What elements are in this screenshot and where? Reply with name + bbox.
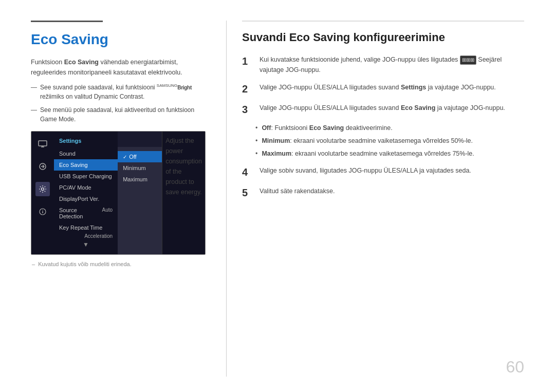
page-number: 60 — [506, 358, 524, 377]
bullet-off: • Off: Funktsiooni Eco Saving deaktiveer… — [255, 123, 524, 133]
step-1: 1 Kui kuvatakse funktsioonide juhend, va… — [242, 54, 524, 75]
info-panel: Adjust the power consumption of the prod… — [162, 132, 205, 254]
icon-sidebar — [31, 132, 54, 254]
step-3: 3 Valige JOG-nuppu ÜLES/ALLA liigutades … — [242, 103, 524, 116]
steps-list: 1 Kui kuvatakse funktsioonide juhend, va… — [242, 54, 524, 199]
left-column: Eco Saving Funktsioon Eco Saving vähenda… — [31, 21, 226, 377]
menu-sound: Sound — [54, 148, 118, 159]
key-value: Acceleration — [54, 233, 118, 241]
menu-pcav: PC/AV Mode — [54, 182, 118, 193]
info-text: Adjust the power consumption of the prod… — [165, 136, 202, 197]
menu-eco-saving: Eco Saving — [54, 159, 118, 171]
svg-rect-0 — [39, 141, 47, 146]
bullet-maximum: • Maximum: ekraani voolutarbe seadmine v… — [255, 149, 524, 159]
menu-key: Key Repeat Time — [54, 222, 118, 233]
settings-icon — [35, 182, 50, 196]
bullet-minimum: • Minimum: ekraani voolutarbe seadmine v… — [255, 136, 524, 146]
scroll-indicator: ▼ — [54, 241, 118, 250]
info-icon — [35, 204, 50, 219]
intro-paragraph: Funktsioon Eco Saving vähendab energiata… — [31, 57, 211, 78]
menu-header: Settings — [54, 136, 118, 148]
sub-maximum: Maximum — [118, 174, 162, 185]
sub-menu: ✓ Off Minimum Maximum — [118, 147, 162, 254]
screenshot-caption: –Kuvatud kujutis võib mudeliti erineda. — [31, 261, 211, 267]
sub-minimum: Minimum — [118, 162, 162, 174]
step-5: 5 Valitud säte rakendatakse. — [242, 186, 524, 199]
arrow-icon — [35, 159, 50, 174]
step-2: 2 Valige JOG-nuppu ÜLES/ALLA liigutades … — [242, 82, 524, 96]
step-4: 4 Valige sobiv suvand, liigutades JOG-nu… — [242, 165, 524, 179]
top-line-decoration — [31, 21, 103, 22]
monitor-icon — [35, 137, 50, 151]
right-title: Suvandi Eco Saving konfigureerimine — [242, 31, 524, 44]
right-top-line — [242, 21, 524, 22]
bullet-list: • Off: Funktsiooni Eco Saving deaktiveer… — [255, 123, 524, 158]
note2: — See menüü pole saadaval, kui aktiveeri… — [31, 105, 211, 124]
svg-point-7 — [41, 188, 44, 191]
menu-displayport: DisplayPort Ver. — [54, 193, 118, 204]
main-menu: Settings Sound Eco Saving USB Super Char… — [54, 132, 118, 254]
sub-off: ✓ Off — [118, 151, 162, 162]
svg-point-10 — [42, 210, 43, 211]
monitor-screenshot: Settings Sound Eco Saving USB Super Char… — [31, 131, 206, 255]
right-column: Suvandi Eco Saving konfigureerimine 1 Ku… — [226, 21, 524, 377]
note1: — See suvand pole saadaval, kui funktsio… — [31, 83, 211, 101]
menu-source: Source DetectionAuto — [54, 204, 118, 222]
page-title: Eco Saving — [31, 31, 211, 48]
menu-usb: USB Super Charging — [54, 171, 118, 182]
